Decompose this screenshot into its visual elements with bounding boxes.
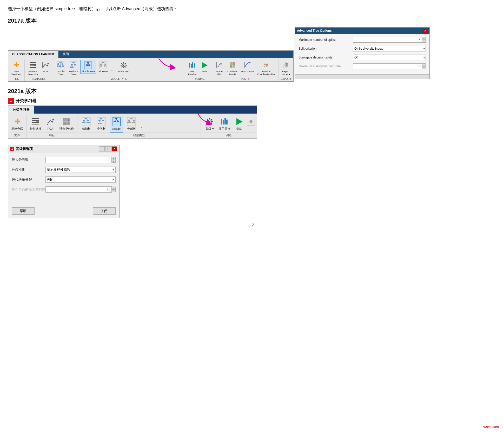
- max-splits-down[interactable]: ▼: [422, 40, 426, 43]
- svg-rect-117: [98, 120, 101, 121]
- svg-rect-0: [30, 62, 36, 63]
- pca-cn-svg: [46, 117, 55, 126]
- dialog-maximize-button[interactable]: □: [105, 146, 111, 152]
- export-model-icon: [282, 61, 290, 69]
- svg-rect-13: [58, 65, 60, 67]
- new-session-button[interactable]: ✚ NewSession ▾: [10, 60, 23, 77]
- medium-tree-cn-button[interactable]: 中等树: [95, 116, 108, 132]
- max-splits-input[interactable]: [353, 37, 422, 43]
- max-splits-up[interactable]: ▲: [422, 37, 426, 40]
- tab-view-2017[interactable]: 视图: [58, 51, 73, 58]
- surrogate-cn-select[interactable]: 关闭 开启: [45, 176, 116, 183]
- max-surrogates-input[interactable]: [353, 63, 422, 69]
- tab-classification-learner[interactable]: CLASSIFICATION LEARNER: [8, 51, 58, 58]
- all-trees-icon: [99, 61, 107, 69]
- confusion-matrix-svg: [229, 61, 236, 69]
- features-group-label: FEATURES: [26, 77, 51, 81]
- max-surrogates-cn-spinner: ▲ ▼: [112, 187, 116, 192]
- svg-rect-134: [129, 122, 131, 123]
- svg-rect-25: [70, 67, 72, 68]
- max-surrogates-up[interactable]: ▲: [422, 63, 426, 66]
- svg-rect-155: [224, 118, 226, 124]
- app-header-2021: ▲ 分类学习器: [8, 98, 496, 104]
- svg-rect-90: [36, 121, 39, 122]
- svg-point-48: [123, 64, 124, 66]
- pca-icon-svg: [42, 61, 49, 69]
- parallel-coordinates-button[interactable]: ParallelCoordinates Plot: [256, 60, 277, 77]
- dialog-titlebar-2021: ▲ 高级树选项 ─ □ ✕: [8, 145, 119, 153]
- svg-rect-54: [125, 63, 126, 64]
- train-button-2017[interactable]: Train: [199, 60, 210, 74]
- max-splits-cn-down[interactable]: ▼: [112, 160, 116, 163]
- pca-button-2017[interactable]: PCA: [40, 60, 51, 74]
- model-type-dropdown-2021[interactable]: ▾: [140, 116, 143, 128]
- svg-rect-145: [209, 118, 210, 119]
- advanced-button-2017[interactable]: Advanced: [117, 60, 130, 74]
- fine-tree-button[interactable]: 精细树: [79, 116, 93, 132]
- simple-tree-button[interactable]: Simple Tree: [80, 60, 96, 74]
- feature-selection-button[interactable]: FeatureSelection: [26, 60, 39, 77]
- fine-tree-label: 精细树: [82, 127, 91, 130]
- ribbon-items-features-2021: 特征选择 PCA: [28, 115, 76, 132]
- dialog-body-2017: Maximum number of splits: ▲ ▼ Split crit…: [295, 34, 429, 74]
- svg-rect-89: [32, 124, 39, 124]
- svg-point-69: [221, 63, 222, 64]
- train-cn-button[interactable]: 训练: [233, 116, 246, 132]
- max-surrogates-cn-down[interactable]: ▼: [112, 189, 116, 192]
- plots-group-label: PLOTS: [213, 77, 277, 81]
- max-splits-cn-up[interactable]: ▲: [112, 157, 116, 160]
- svg-rect-104: [87, 120, 89, 121]
- medium-tree-label: MediumTree: [69, 70, 78, 76]
- pca-cn-button[interactable]: PCA: [44, 116, 57, 132]
- ribbon-items-training-2021: 高级 ▾ 使用并行: [202, 115, 255, 132]
- svg-rect-28: [87, 62, 89, 63]
- advanced-cn-button[interactable]: 高级 ▾: [203, 116, 216, 132]
- use-parallel-cn-icon: [220, 117, 229, 126]
- confusion-matrix-button[interactable]: ConfusionMatrix: [226, 60, 240, 77]
- feature-selection-cn-button[interactable]: 特征选择: [29, 116, 43, 132]
- surrogate-cn-input-group: 关闭 开启: [45, 176, 116, 183]
- close-dialog-button-2021[interactable]: 关闭: [93, 207, 116, 215]
- misclass-cn-button[interactable]: 1 2 3 4 误分类代价: [58, 116, 75, 132]
- max-splits-cn-spinner: ▲ ▼: [112, 157, 116, 163]
- dialog-title-icon-2021: ▲: [10, 147, 14, 151]
- scatter-plot-button[interactable]: ScatterPlot: [214, 60, 225, 77]
- coarse-tree-button[interactable]: 粗略树: [110, 116, 123, 132]
- all-trees-cn-button[interactable]: 全部树: [125, 116, 138, 132]
- max-surrogates-cn-up[interactable]: ▲: [112, 187, 116, 189]
- surrogate-label: Surrogate decision splits:: [299, 56, 353, 59]
- medium-tree-button[interactable]: MediumTree: [68, 60, 79, 77]
- model-type-dropdown-arrow[interactable]: ▾: [110, 60, 114, 72]
- use-parallel-cn-button[interactable]: 使用并行: [217, 116, 231, 132]
- confusion-matrix-label: ConfusionMatrix: [227, 70, 238, 76]
- split-criterion-select[interactable]: Gini's diversity index Deviance Twoing: [353, 46, 426, 51]
- roc-curve-button[interactable]: ROC Curve: [240, 60, 255, 74]
- dialog-close-button-2017[interactable]: ✕: [423, 29, 427, 33]
- new-session-cn-button[interactable]: ✚ 新建会话: [10, 116, 24, 132]
- max-splits-cn-input[interactable]: [45, 157, 112, 163]
- fine-tree-icon: [82, 117, 91, 126]
- tab-classification-learner-cn[interactable]: 分类学习器: [8, 106, 34, 114]
- help-button-2021[interactable]: 帮助: [12, 207, 35, 215]
- export-model-button[interactable]: ExportModel ▾: [280, 60, 291, 77]
- svg-rect-1: [30, 64, 36, 65]
- medium-tree-icon: [69, 61, 78, 69]
- dialog-close-button-2021[interactable]: ✕: [111, 146, 117, 152]
- ribbon-items-file: ✚ NewSession ▾: [9, 59, 23, 77]
- svg-rect-109: [82, 122, 84, 123]
- dialog-row-split-criterion: Split criterion: Gini's diversity index …: [299, 45, 426, 52]
- svg-rect-111: [87, 122, 88, 123]
- max-surrogates-cn-input[interactable]: [45, 186, 112, 193]
- svg-point-67: [218, 66, 219, 67]
- svg-rect-59: [192, 62, 193, 68]
- surrogate-select[interactable]: Off On: [353, 55, 426, 60]
- complex-tree-button[interactable]: ComplexTree: [55, 60, 67, 77]
- max-surrogates-down[interactable]: ▼: [422, 66, 426, 69]
- pca-cn-icon: [46, 117, 55, 126]
- more-cn-button[interactable]: 青: [247, 116, 255, 126]
- split-criterion-cn-select[interactable]: 基尼多样性指数 偏差: [45, 167, 116, 173]
- surrogate-input-group: Off On: [353, 55, 426, 60]
- dialog-minimize-button[interactable]: ─: [99, 146, 105, 152]
- all-trees-button[interactable]: All Trees: [97, 60, 109, 74]
- use-parallel-button[interactable]: UseParallel: [187, 60, 198, 77]
